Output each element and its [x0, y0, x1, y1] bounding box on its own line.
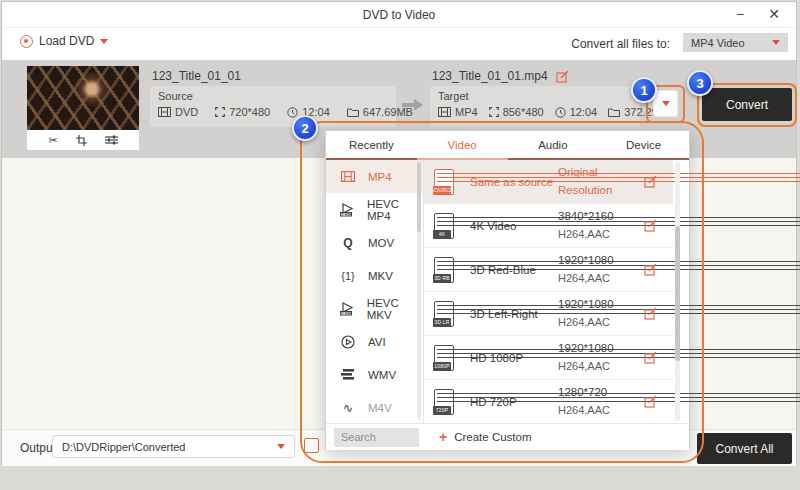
- video-thumbnail: [27, 66, 139, 130]
- preset-3d-left-right[interactable]: 3D LR 3D Left-Right 1920*1080H264,AAC: [424, 292, 673, 336]
- preset-4k-video[interactable]: 4K 4K Video 3840*2160H264,AAC: [424, 204, 673, 248]
- clip-title: 123_Title_01_01: [152, 69, 241, 83]
- preset-doc-icon: 3D RB: [434, 257, 454, 283]
- svg-text:HEVC: HEVC: [341, 212, 351, 216]
- format-item-hevc-mp4[interactable]: HEVC HEVC MP4: [326, 193, 423, 226]
- app-window: DVD to Video – ✕ Load DVD Convert all fi…: [1, 1, 797, 465]
- film-icon: [158, 107, 171, 117]
- clock-icon: [555, 107, 566, 118]
- target-info-box: Target MP4 856*480 12:04 372.29MB: [430, 86, 640, 127]
- format-panel-tabs: Recently Video Audio Device: [326, 131, 689, 158]
- svg-text:HEVC: HEVC: [341, 311, 351, 315]
- global-format-dropdown[interactable]: MP4 Video: [683, 33, 788, 52]
- convert-all-button[interactable]: Convert All: [697, 433, 792, 464]
- resolution-icon: [215, 107, 225, 117]
- preset-hd-1080p[interactable]: 1080P HD 1080P 1920*1080H264,AAC: [424, 336, 673, 380]
- dvd-disc-icon: [20, 35, 33, 48]
- quicktime-q-icon: Q: [338, 236, 358, 250]
- preset-edit-icon[interactable]: [644, 263, 657, 276]
- film-icon: [438, 107, 451, 117]
- source-resolution: 720*480: [215, 106, 270, 118]
- preset-hd-720p[interactable]: 720P HD 720P 1280*720H264,AAC: [424, 380, 673, 423]
- format-list: MP4 HEVC HEVC MP4 Q MOV {1} MKV HEVC HEV: [326, 160, 423, 423]
- output-path-dropdown[interactable]: D:\DVDRipper\Converted: [52, 435, 295, 458]
- preset-doc-icon: 1080P: [434, 345, 454, 371]
- resolution-icon: [489, 107, 499, 117]
- target-format-dropdown-button[interactable]: [653, 90, 678, 117]
- output-label: Output: [20, 441, 56, 455]
- target-format: MP4: [438, 106, 478, 118]
- callout-badge-1: 1: [631, 77, 657, 103]
- hevc-play-icon: HEVC: [338, 203, 357, 217]
- tab-underline-active: [417, 158, 508, 160]
- global-format-value: MP4 Video: [691, 37, 745, 49]
- trim-scissors-icon[interactable]: ✂: [48, 135, 57, 146]
- preset-same-as-source[interactable]: SOURCE Same as source Original Resolutio…: [424, 160, 673, 204]
- layers-icon: [338, 369, 358, 381]
- clock-icon: [287, 107, 298, 118]
- open-output-folder-icon[interactable]: [304, 438, 319, 453]
- format-item-mp4[interactable]: MP4: [326, 160, 423, 193]
- preset-edit-icon[interactable]: [644, 307, 657, 320]
- caret-down-icon: [662, 101, 670, 106]
- callout-badge-3: 3: [687, 70, 713, 96]
- format-item-mov[interactable]: Q MOV: [326, 226, 423, 259]
- format-item-avi[interactable]: AVI: [326, 325, 423, 358]
- crop-icon[interactable]: [76, 135, 87, 146]
- format-item-m4v[interactable]: ∿ M4V: [326, 391, 423, 423]
- target-resolution: 856*480: [489, 106, 544, 118]
- wave-icon: ∿: [338, 401, 358, 415]
- format-panel: Recently Video Audio Device MP4 HEVC HEV…: [325, 130, 690, 450]
- tab-device[interactable]: Device: [598, 131, 689, 158]
- desktop-strip: [0, 466, 800, 490]
- load-dvd-button[interactable]: Load DVD: [20, 34, 108, 48]
- preset-edit-icon[interactable]: [644, 175, 657, 188]
- format-item-hevc-mkv[interactable]: HEVC HEVC MKV: [326, 292, 423, 325]
- caret-down-icon: [277, 444, 285, 449]
- create-custom-button[interactable]: + Create Custom: [439, 430, 532, 444]
- preset-doc-icon: 4K: [434, 213, 454, 239]
- preset-doc-icon: SOURCE: [434, 169, 454, 195]
- close-button[interactable]: ✕: [768, 6, 780, 22]
- caret-down-icon: [100, 39, 108, 44]
- minimize-button[interactable]: –: [737, 6, 744, 21]
- panel-bottom-bar: + Create Custom: [326, 423, 689, 450]
- preset-doc-icon: 720P: [434, 389, 454, 415]
- hevc-play-icon: HEVC: [338, 302, 357, 316]
- title-bar: DVD to Video – ✕: [2, 2, 796, 28]
- load-dvd-label: Load DVD: [39, 34, 94, 48]
- format-item-wmv[interactable]: WMV: [326, 358, 423, 391]
- source-to-target-arrow-icon: [402, 98, 424, 112]
- format-item-mkv[interactable]: {1} MKV: [326, 259, 423, 292]
- preset-edit-icon[interactable]: [644, 219, 657, 232]
- output-path-value: D:\DVDRipper\Converted: [62, 441, 186, 453]
- play-circle-icon: [338, 335, 358, 349]
- search-input[interactable]: [334, 428, 419, 447]
- tab-video[interactable]: Video: [417, 131, 508, 158]
- preset-list-scrollbar-thumb[interactable]: [675, 226, 680, 361]
- callout-badge-2: 2: [292, 115, 318, 141]
- clip-edit-toolbar: ✂: [27, 130, 139, 150]
- preset-edit-icon[interactable]: [644, 395, 657, 408]
- convert-all-files-label: Convert all files to:: [560, 37, 670, 51]
- preset-list: SOURCE Same as source Original Resolutio…: [424, 160, 673, 423]
- rename-edit-icon[interactable]: [556, 70, 569, 83]
- plus-icon: +: [439, 430, 447, 444]
- preset-edit-icon[interactable]: [644, 351, 657, 364]
- source-label: Source: [158, 90, 388, 102]
- preset-doc-icon: 3D LR: [434, 301, 454, 327]
- caret-down-icon: [772, 40, 780, 45]
- folder-icon: [347, 107, 359, 117]
- source-info-box: Source DVD 720*480 12:04 647.69MB: [150, 86, 396, 127]
- preset-3d-red-blue[interactable]: 3D RB 3D Red-Blue 1920*1080H264,AAC: [424, 248, 673, 292]
- convert-button[interactable]: Convert: [702, 88, 792, 121]
- tab-recently[interactable]: Recently: [326, 131, 417, 158]
- folder-icon: [608, 107, 620, 117]
- effects-sliders-icon[interactable]: [105, 135, 118, 145]
- format-list-scrollbar-thumb[interactable]: [417, 162, 421, 232]
- window-title: DVD to Video: [2, 8, 796, 22]
- target-duration: 12:04: [555, 106, 598, 118]
- matroska-braces-icon: {1}: [338, 270, 358, 282]
- tab-audio[interactable]: Audio: [508, 131, 599, 158]
- target-filename: 123_Title_01_01.mp4: [432, 69, 548, 83]
